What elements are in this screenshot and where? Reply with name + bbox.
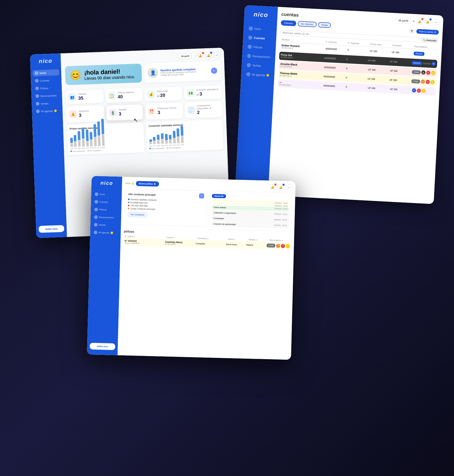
menu-btn[interactable]: ⋯ (433, 19, 439, 26)
bar-blue-c (176, 129, 179, 137)
row-name-theresa: Theresa Webb 00.000.000-0 (280, 72, 324, 79)
cbar-jun: Jun (149, 139, 152, 147)
nueva-poliza-btn[interactable]: Nueva póliza ⊕ (136, 181, 159, 186)
poliza-star-icon[interactable]: ★ (286, 244, 290, 248)
bar-gray-c (153, 141, 156, 144)
mid-nav-ventas[interactable]: Ventas (34, 100, 60, 107)
front-admin-btn[interactable]: Admi nico (90, 343, 115, 350)
mid-nav-agenda[interactable]: Mi agenda ! (34, 107, 61, 115)
legend-dot-con (70, 151, 72, 152)
bar-gray (98, 136, 100, 146)
notif-btn-1[interactable]: 🔔 1 (416, 18, 423, 25)
mid-nav-inicio[interactable]: Inicio (33, 69, 59, 77)
stat-siniestros-info: Siniestros 3 (79, 110, 89, 118)
notif-btn-2[interactable]: 🔔 ! (424, 18, 431, 25)
search-btn[interactable]: 🔍 Avanzada (421, 37, 438, 43)
front-nav-inicio[interactable]: Inicio (93, 191, 120, 198)
front-nav-ventas[interactable]: Ventas (92, 222, 119, 229)
bar-blue-c (157, 135, 160, 140)
deudas-icon: 💲 (109, 109, 117, 117)
sales-icon (247, 63, 251, 67)
delete-icon[interactable]: ✕ (426, 71, 431, 75)
front-nav-renovaciones[interactable]: Renovaciones (93, 214, 119, 221)
historial-badge: Historial (212, 194, 226, 198)
mid-nav-polizas[interactable]: Pólizas (33, 84, 60, 92)
back-nav-renovaciones[interactable]: Renovaciones (245, 52, 273, 61)
agenda-icon (246, 72, 250, 77)
siniestros-icon: ⚠️ (69, 110, 77, 118)
dot-red (128, 205, 129, 206)
menu-front[interactable]: ⋯ (286, 184, 293, 191)
back-nav-ventas[interactable]: Ventas (244, 61, 272, 70)
filter-todas[interactable]: Todas (318, 22, 331, 28)
cbar-oct: Oct (165, 134, 168, 146)
scene: nico Inicio Cuentas Pólizas Renovaciones… (0, 0, 454, 476)
delete-icon-2[interactable]: ✕ (426, 80, 430, 84)
stat-deudas-info: Deudas 3 (119, 108, 127, 117)
poliza-edit-icon[interactable]: ✎ (276, 244, 280, 248)
notif2-mid[interactable]: 🔔 ! (205, 52, 212, 59)
back-nav-inicio[interactable]: Inicio (246, 25, 274, 33)
poliza-actions: Crear ✎ ✕ ★ (267, 243, 290, 248)
row-name-extra: — 00.000.000-0 (279, 81, 324, 88)
nueva-cuenta-btn[interactable]: Nueva cuenta ⊕ (416, 29, 439, 35)
back-nav-polizas[interactable]: Pólizas (245, 43, 273, 52)
poliza-delete-icon[interactable]: ✕ (281, 244, 285, 248)
history-date: 00/00/00 00:00 (274, 208, 287, 210)
notif1-mid[interactable]: 🔔 1 (197, 52, 204, 59)
edit-icon[interactable]: ✎ (421, 80, 425, 84)
back-nav-agenda[interactable]: Mi agenda ! (244, 70, 272, 79)
stat-vencer-info: Pólizas por vencer 3 (157, 107, 176, 115)
bar-gray (94, 137, 97, 146)
crear-btn-poliza[interactable]: Crear (267, 244, 275, 248)
ver-contactos-btn[interactable]: Ver contactos (128, 212, 147, 217)
filter-clientes[interactable]: Clientes (281, 20, 296, 26)
export-btn[interactable]: ⬆ (409, 28, 415, 33)
star-icon-extra[interactable]: ★ (422, 89, 426, 93)
agenda-icon-mid (36, 109, 40, 113)
mid-profile-pill[interactable]: Mi perfil ∧ (178, 53, 196, 59)
bar-blue-c (181, 126, 183, 136)
stats-grid: 👥 Clientes 35 📋 Pólizas vigentes 40 💰 (66, 85, 222, 104)
delete-icon-extra[interactable]: ✕ (417, 89, 421, 93)
contact-edit-btn[interactable]: ✎ (199, 193, 204, 199)
window-account-detail: nico Inicio Cuentas Pólizas Renovaciones… (87, 176, 296, 360)
front-sidebar: nico Inicio Cuentas Pólizas Renovaciones… (87, 176, 122, 355)
mid-nav-cuentas[interactable]: Cuentas (33, 77, 60, 84)
front-nav-agenda[interactable]: Mi agenda ! (92, 229, 119, 236)
history-date: 00/00/00 00:00 (274, 213, 287, 215)
top-area: 😊 ¡hola daniel! Llevas 00 días usando ni… (65, 61, 221, 88)
bar-gray (86, 141, 89, 146)
front-nav-polizas[interactable]: Pólizas (93, 206, 120, 213)
row-name-annette: Annette Black 00.000.000-0 (280, 62, 324, 70)
front-nav-cuentas[interactable]: Cuentas (93, 199, 120, 206)
back-profile-btn[interactable]: Mi perfil (395, 17, 412, 24)
notif1-front[interactable]: 🔔 1 (269, 184, 276, 191)
crear-btn-theresa[interactable]: Crear (411, 79, 420, 83)
filter-no-clientes[interactable]: No clientes (298, 21, 317, 27)
mid-nav-renovaciones[interactable]: Renovaciones (33, 92, 60, 99)
menu-mid[interactable]: ⋯ (213, 52, 220, 58)
mostrar-btn-pizza[interactable]: Mostrar (411, 61, 422, 65)
back-main: cuentas Mi perfil ∧ 🔔 1 🔔 ! ⋯ (268, 7, 444, 204)
accounts-icon-front (94, 200, 98, 204)
renewals-icon (247, 54, 251, 58)
star-icon-2[interactable]: ★ (431, 80, 435, 84)
view-icon-extra[interactable]: 👁 (412, 88, 416, 93)
row-actions-theresa: Crear ✎ ✕ ★ (411, 79, 435, 84)
view-icon[interactable]: 👁 (431, 62, 436, 66)
back-nav-cuentas[interactable]: Cuentas (246, 34, 274, 42)
bar-gray (74, 142, 77, 147)
back-logo: nico (254, 11, 269, 19)
sales-icon-front (94, 223, 97, 227)
mostrar-btn[interactable]: Mostrar (414, 52, 424, 56)
notif2-front[interactable]: 🔔 ! (278, 184, 284, 191)
star-icon[interactable]: ★ (431, 71, 435, 75)
crear-btn-annette[interactable]: Crear (412, 70, 421, 74)
lock-icon[interactable]: 🔒 (421, 70, 426, 75)
stat-clientes-info: Clientes 35 (78, 93, 87, 101)
breadcrumb-notas[interactable]: notas 💡 (125, 182, 134, 185)
back-header-actions: Mi perfil ∧ 🔔 1 🔔 ! ⋯ (395, 17, 439, 26)
profile-edit-btn[interactable]: ✎ (211, 68, 217, 74)
mid-admin-btn[interactable]: Admi nico (39, 225, 64, 233)
